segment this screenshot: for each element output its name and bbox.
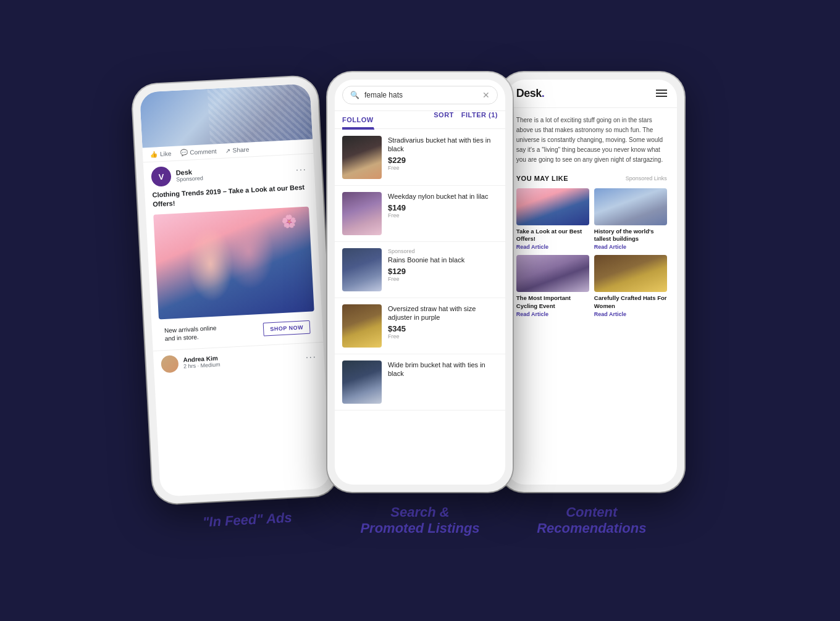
product-price: $229: [388, 156, 498, 165]
search-tabs: FOLLOW SORT FILTER (1): [335, 111, 505, 129]
product-name: Weekday nylon bucket hat in lilac: [388, 192, 498, 201]
feed-post-header: V Desk Sponsored ···: [151, 159, 307, 187]
articles-grid: Take a Look at our Best Offers! Read Art…: [516, 188, 667, 317]
feed-post: V Desk Sponsored ··· Clothing Trends 201…: [143, 154, 324, 351]
article-title: History of the world's tallest buildings: [594, 228, 667, 243]
article-card[interactable]: History of the world's tallest buildings…: [594, 188, 667, 251]
product-shipping: Free: [388, 212, 498, 219]
hamburger-menu-icon[interactable]: [656, 90, 667, 97]
tab-filter[interactable]: FILTER (1): [461, 111, 498, 128]
label-text-2: Search &Promoted Listings: [360, 504, 479, 537]
phone-label-3: ContentRecomendations: [537, 504, 646, 537]
product-item[interactable]: Oversized straw hat with size adjuster i…: [335, 298, 505, 354]
article-body-text: There is a lot of exciting stuff going o…: [516, 115, 667, 165]
tab-sort[interactable]: SORT: [434, 111, 454, 128]
product-item[interactable]: Wide brim bucket hat with ties in black: [335, 354, 505, 411]
product-image: [342, 248, 382, 291]
product-image: [342, 136, 382, 179]
article-title: The Most Important Cycling Event: [516, 294, 589, 310]
search-bar-container: 🔍 female hats ✕: [335, 80, 505, 111]
article-title: Take a Look at our Best Offers!: [516, 228, 589, 243]
product-image: [342, 304, 382, 348]
you-may-like-section: YOU MAY LIKE Sponsored Links: [516, 175, 667, 182]
article-card[interactable]: Take a Look at our Best Offers! Read Art…: [516, 188, 589, 251]
product-image: [342, 192, 382, 235]
article-read-link[interactable]: Read Article: [594, 311, 667, 317]
product-item[interactable]: Stradivarius bucket hat with ties in bla…: [335, 130, 505, 186]
article-read-link[interactable]: Read Article: [516, 244, 589, 250]
product-list: Stradivarius bucket hat with ties in bla…: [335, 130, 505, 485]
tab-follow[interactable]: FOLLOW: [342, 111, 374, 128]
phone-screen-3: Desk. There is a lot of exciting stuff g…: [506, 80, 677, 485]
clear-search-icon[interactable]: ✕: [482, 90, 490, 100]
product-name: Oversized straw hat with size adjuster i…: [388, 304, 498, 322]
sponsored-links-label: Sponsored Links: [626, 175, 667, 181]
product-details: Wide brim bucket hat with ties in black: [388, 361, 498, 381]
article-read-link[interactable]: Read Article: [594, 244, 667, 250]
logo-dot: .: [542, 87, 545, 99]
shop-now-button[interactable]: SHOP NOW: [263, 320, 311, 336]
search-query-text: female hats: [364, 91, 477, 99]
product-shipping: Free: [388, 333, 498, 340]
product-price: $149: [388, 203, 498, 212]
product-image: [342, 361, 382, 404]
content-header: Desk.: [506, 80, 677, 108]
phone-search: 🔍 female hats ✕ FOLLOW SORT FILTER (1): [327, 72, 513, 537]
product-item[interactable]: Weekday nylon bucket hat in lilac $149 F…: [335, 186, 505, 242]
product-details: Sponsored Rains Boonie hat in black $129…: [388, 248, 498, 282]
share-label: Share: [233, 146, 250, 153]
label-text-1: "In Feed" Ads: [203, 510, 293, 531]
product-details: Oversized straw hat with size adjuster i…: [388, 304, 498, 340]
phone-screen-1: 👍 Like 💬 Comment ↗ Share V: [140, 83, 331, 497]
feed-header-image: [140, 83, 313, 148]
feed-post-meta: Desk Sponsored: [176, 162, 296, 182]
feed-share-action[interactable]: ↗ Share: [225, 146, 250, 154]
user-avatar: [161, 355, 178, 373]
feed-like-action[interactable]: 👍 Like: [150, 150, 172, 158]
comment-icon: 💬: [180, 149, 188, 157]
article-image: [516, 255, 589, 292]
product-name: Stradivarius bucket hat with ties in bla…: [388, 136, 498, 154]
product-price: $129: [388, 267, 498, 276]
phone-shell-1: 👍 Like 💬 Comment ↗ Share V: [132, 75, 338, 504]
article-image: [516, 188, 589, 225]
hamburger-line: [656, 90, 667, 91]
article-title: Carefully Crafted Hats For Women: [594, 294, 667, 310]
article-image: [594, 188, 667, 225]
feed-comment-action[interactable]: 💬 Comment: [180, 148, 217, 156]
phone-infeed: 👍 Like 💬 Comment ↗ Share V: [132, 75, 340, 533]
product-shipping: Free: [388, 165, 498, 171]
you-may-like-title: YOU MAY LIKE: [516, 175, 568, 182]
brand-avatar: V: [151, 166, 172, 187]
search-bar[interactable]: 🔍 female hats ✕: [342, 86, 498, 104]
site-logo: Desk.: [516, 87, 545, 100]
product-shipping: Free: [388, 276, 498, 282]
phone-content: Desk. There is a lot of exciting stuff g…: [499, 72, 684, 537]
phone-shell-3: Desk. There is a lot of exciting stuff g…: [499, 72, 684, 492]
ad-text-row: New arrivals onlineand in store. SHOP NO…: [159, 316, 316, 345]
article-read-link[interactable]: Read Article: [516, 311, 589, 317]
phone-label-1: "In Feed" Ads: [203, 510, 293, 531]
product-sponsored-label: Sponsored: [388, 248, 498, 254]
ad-image: [153, 206, 314, 319]
more-options-icon[interactable]: ···: [296, 164, 307, 175]
content-body: There is a lot of exciting stuff going o…: [506, 108, 677, 485]
like-label: Like: [160, 150, 172, 157]
user-info: Andrea Kim 2 hrs · Medium: [183, 350, 306, 369]
article-card[interactable]: Carefully Crafted Hats For Women Read Ar…: [594, 255, 667, 317]
product-price: $345: [388, 324, 498, 333]
article-image: [594, 255, 667, 292]
phone-label-2: Search &Promoted Listings: [360, 504, 479, 537]
product-details: Weekday nylon bucket hat in lilac $149 F…: [388, 192, 498, 219]
article-card[interactable]: The Most Important Cycling Event Read Ar…: [516, 255, 589, 317]
phone-shell-2: 🔍 female hats ✕ FOLLOW SORT FILTER (1): [327, 72, 513, 492]
ad-tagline: New arrivals onlineand in store.: [164, 323, 217, 342]
product-item[interactable]: Sponsored Rains Boonie hat in black $129…: [335, 242, 505, 298]
user-more-icon[interactable]: ···: [306, 351, 317, 362]
hamburger-line: [656, 96, 667, 97]
search-tab-right: SORT FILTER (1): [434, 111, 498, 128]
product-details: Stradivarius bucket hat with ties in bla…: [388, 136, 498, 172]
phone-screen-2: 🔍 female hats ✕ FOLLOW SORT FILTER (1): [335, 80, 505, 485]
post-title: Clothing Trends 2019 – Take a Look at ou…: [152, 182, 308, 209]
comment-label: Comment: [190, 148, 217, 156]
